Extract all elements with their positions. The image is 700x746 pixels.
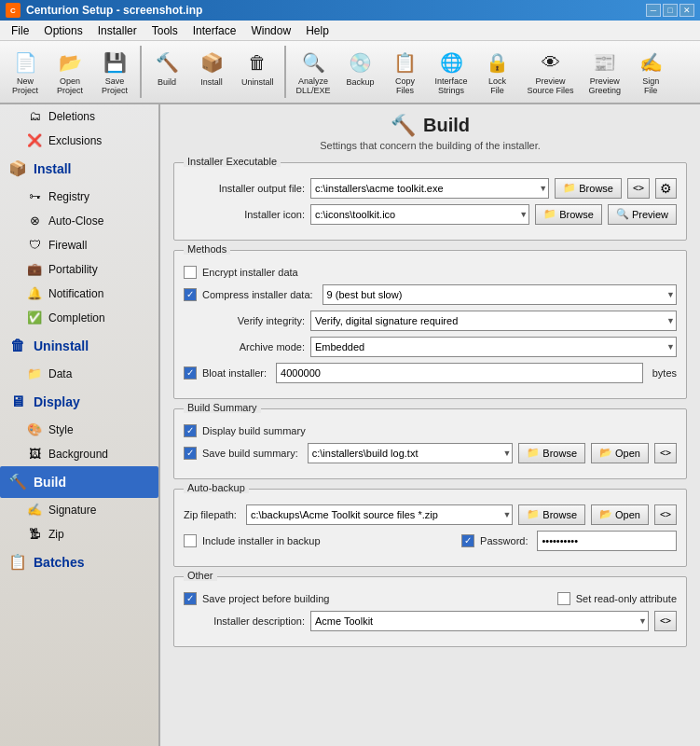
save-summary-label: Save build summary: <box>202 448 298 459</box>
sidebar-section-uninstall[interactable]: 🗑 Uninstall <box>0 330 158 362</box>
install-icon: 📦 <box>197 48 226 77</box>
zip-open-button[interactable]: 📂 Open <box>591 504 649 525</box>
sidebar-item-style[interactable]: 🎨 Style <box>0 418 158 442</box>
auto-backup-group: Auto-backup Zip filepath: c:\backups\Acm… <box>173 489 687 567</box>
display-summary-checkbox[interactable] <box>184 424 197 437</box>
summary-open-button[interactable]: 📂 Open <box>591 443 649 463</box>
toolbar-install[interactable]: 📦 Install <box>190 44 233 90</box>
output-code-button[interactable]: <> <box>627 178 650 199</box>
compress-checkbox[interactable] <box>184 288 197 301</box>
sidebar-item-completion[interactable]: ✅ Completion <box>0 306 158 330</box>
toolbar-copy-files[interactable]: 📋 CopyFiles <box>384 44 427 100</box>
toolbar-uninstall[interactable]: 🗑 Uninstall <box>235 44 281 90</box>
password-checkbox[interactable] <box>461 534 474 547</box>
icon-preview-button[interactable]: 🔍 Preview <box>608 204 677 225</box>
sidebar-item-signature[interactable]: ✍ Signature <box>0 498 158 522</box>
uninstall-icon: 🗑 <box>242 48 272 77</box>
toolbar-preview-greeting[interactable]: 📰 PreviewGreeting <box>583 44 628 100</box>
sidebar-section-build[interactable]: 🔨 Build <box>0 466 158 498</box>
sidebar-section-display[interactable]: 🖥 Display <box>0 386 158 418</box>
batches-section-icon: 📋 <box>7 552 28 573</box>
toolbar-analyze[interactable]: 🔍 AnalyzeDLL/EXE <box>290 44 337 100</box>
icon-browse-button[interactable]: 📁 Browse <box>535 204 602 225</box>
minimize-button[interactable]: ─ <box>646 4 661 17</box>
menu-tools[interactable]: Tools <box>144 22 185 39</box>
toolbar-open-project[interactable]: 📂 OpenProject <box>48 44 91 100</box>
bloat-unit: bytes <box>652 367 677 379</box>
backup-icon: 💿 <box>346 48 376 77</box>
save-summary-input[interactable] <box>308 443 514 463</box>
password-input[interactable] <box>537 531 677 551</box>
output-extra-button[interactable]: ⚙ <box>655 178 677 199</box>
window-title: Centurion Setup - screenshot.inp <box>26 4 202 17</box>
description-code-button[interactable]: <> <box>654 611 677 631</box>
sidebar-item-data[interactable]: 📁 Data <box>0 362 158 386</box>
toolbar-interface-strings[interactable]: 🌐 InterfaceStrings <box>429 44 474 100</box>
save-summary-checkbox[interactable] <box>184 447 197 460</box>
sidebar-item-firewall[interactable]: 🛡 Firewall <box>0 233 158 257</box>
analyze-icon: 🔍 <box>298 48 328 77</box>
page-title-icon: 🔨 <box>391 114 416 138</box>
archive-dropdown[interactable]: Embedded Separate None <box>310 337 677 357</box>
description-dropdown[interactable]: Acme Toolkit <box>310 611 649 631</box>
sidebar-section-batches-label: Batches <box>34 555 84 570</box>
sidebar-item-auto-close[interactable]: ⊗ Auto-Close <box>0 209 158 233</box>
sidebar-item-background[interactable]: 🖼 Background <box>0 442 158 466</box>
toolbar-sign-file[interactable]: ✍ SignFile <box>629 44 672 100</box>
sidebar-label-registry: Registry <box>48 190 89 203</box>
registry-icon: 🗝 <box>26 188 43 205</box>
save-project-icon: 💾 <box>100 48 130 77</box>
menu-file[interactable]: File <box>4 22 36 39</box>
sidebar-label-notification: Notification <box>48 287 103 300</box>
sidebar-section-batches[interactable]: 📋 Batches <box>0 546 158 578</box>
zip-filepath-dropdown[interactable]: c:\backups\Acme Toolkit source files *.z… <box>246 504 513 525</box>
output-file-input[interactable] <box>310 178 549 199</box>
installer-icon-input[interactable] <box>310 204 529 225</box>
sidebar-item-portability[interactable]: 💼 Portability <box>0 257 158 282</box>
save-project-checkbox[interactable] <box>184 592 197 605</box>
include-installer-checkbox[interactable] <box>184 534 197 547</box>
style-icon: 🎨 <box>26 421 43 438</box>
menu-installer[interactable]: Installer <box>90 22 144 39</box>
verify-dropdown[interactable]: No verification Verify, no signature Ver… <box>310 311 677 331</box>
bloat-checkbox[interactable] <box>184 366 197 380</box>
zip-browse-button[interactable]: 📁 Browse <box>518 504 585 525</box>
sidebar-item-registry[interactable]: 🗝 Registry <box>0 185 158 209</box>
output-browse-button[interactable]: 📁 Browse <box>555 178 622 199</box>
sidebar-section-install[interactable]: 📦 Install <box>0 153 158 185</box>
install-section-icon: 📦 <box>7 159 28 179</box>
zip-filepath-label: Zip filepath: <box>184 509 237 520</box>
toolbar-preview-source[interactable]: 👁 PreviewSource Files <box>521 44 581 100</box>
sidebar-section-install-label: Install <box>34 161 71 176</box>
readonly-checkbox[interactable] <box>557 592 570 605</box>
maximize-button[interactable]: □ <box>663 4 678 17</box>
bloat-input[interactable] <box>276 363 643 383</box>
zip-browse-icon: 📁 <box>527 508 540 520</box>
sidebar-item-notification[interactable]: 🔔 Notification <box>0 282 158 306</box>
uninstall-section-icon: 🗑 <box>7 336 28 356</box>
menu-help[interactable]: Help <box>298 22 336 39</box>
summary-code-button[interactable]: <> <box>654 443 677 463</box>
sidebar-item-exclusions[interactable]: ❌ Exclusions <box>0 129 158 153</box>
toolbar-backup[interactable]: 💿 Backup <box>339 44 382 90</box>
compress-dropdown[interactable]: 1 (fastest) 3 5 7 9 (best but slow) <box>323 284 677 305</box>
menu-options[interactable]: Options <box>36 22 89 39</box>
output-file-row: Installer output file: ▼ 📁 Browse <> ⚙ <box>184 178 677 199</box>
toolbar-build[interactable]: 🔨 Build <box>145 44 188 90</box>
output-dropdown-arrow: ▼ <box>539 184 547 193</box>
save-summary-row: Save build summary: ▼ 📁 Browse 📂 Open <> <box>184 443 677 463</box>
toolbar-lock-file[interactable]: 🔒 LockFile <box>476 44 519 100</box>
menu-interface[interactable]: Interface <box>185 22 244 39</box>
menu-window[interactable]: Window <box>243 22 298 39</box>
summary-browse-button[interactable]: 📁 Browse <box>518 443 585 463</box>
encrypt-checkbox[interactable] <box>184 266 197 279</box>
toolbar-save-project[interactable]: 💾 SaveProject <box>93 44 136 100</box>
summary-open-icon: 📂 <box>599 447 612 459</box>
menu-bar: File Options Installer Tools Interface W… <box>0 21 700 41</box>
close-button[interactable]: ✕ <box>679 4 694 17</box>
zip-code-button[interactable]: <> <box>654 504 677 525</box>
sidebar-item-zip[interactable]: 🗜 Zip <box>0 522 158 546</box>
sidebar-item-deletions[interactable]: 🗂 Deletions <box>0 104 158 129</box>
toolbar-new-project[interactable]: 📄 NewProject <box>4 44 47 100</box>
window-controls[interactable]: ─ □ ✕ <box>646 4 694 17</box>
